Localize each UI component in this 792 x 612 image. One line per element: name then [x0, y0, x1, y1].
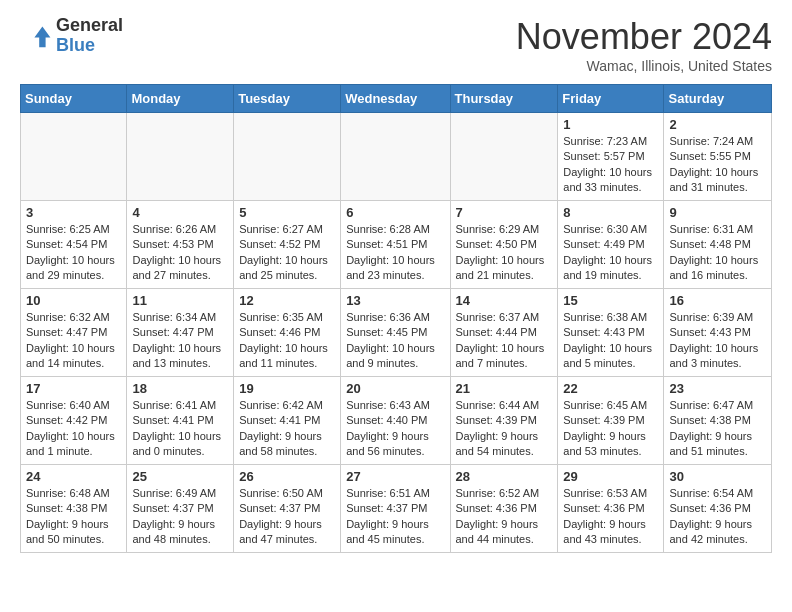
calendar-cell: [234, 113, 341, 201]
day-info: Sunrise: 6:29 AM Sunset: 4:50 PM Dayligh…: [456, 222, 553, 284]
calendar-cell: 17Sunrise: 6:40 AM Sunset: 4:42 PM Dayli…: [21, 377, 127, 465]
day-info: Sunrise: 6:38 AM Sunset: 4:43 PM Dayligh…: [563, 310, 658, 372]
day-number: 10: [26, 293, 121, 308]
day-number: 20: [346, 381, 444, 396]
day-info: Sunrise: 6:30 AM Sunset: 4:49 PM Dayligh…: [563, 222, 658, 284]
day-number: 14: [456, 293, 553, 308]
day-number: 23: [669, 381, 766, 396]
calendar-cell: 13Sunrise: 6:36 AM Sunset: 4:45 PM Dayli…: [341, 289, 450, 377]
day-number: 2: [669, 117, 766, 132]
day-number: 16: [669, 293, 766, 308]
day-info: Sunrise: 6:54 AM Sunset: 4:36 PM Dayligh…: [669, 486, 766, 548]
day-info: Sunrise: 6:40 AM Sunset: 4:42 PM Dayligh…: [26, 398, 121, 460]
day-number: 22: [563, 381, 658, 396]
calendar-cell: 19Sunrise: 6:42 AM Sunset: 4:41 PM Dayli…: [234, 377, 341, 465]
logo-general-text: General: [56, 16, 123, 36]
logo: General Blue: [20, 16, 123, 56]
day-info: Sunrise: 7:23 AM Sunset: 5:57 PM Dayligh…: [563, 134, 658, 196]
day-info: Sunrise: 6:51 AM Sunset: 4:37 PM Dayligh…: [346, 486, 444, 548]
calendar-cell: 3Sunrise: 6:25 AM Sunset: 4:54 PM Daylig…: [21, 201, 127, 289]
day-info: Sunrise: 6:34 AM Sunset: 4:47 PM Dayligh…: [132, 310, 228, 372]
day-info: Sunrise: 6:52 AM Sunset: 4:36 PM Dayligh…: [456, 486, 553, 548]
calendar-cell: 12Sunrise: 6:35 AM Sunset: 4:46 PM Dayli…: [234, 289, 341, 377]
column-header-sunday: Sunday: [21, 85, 127, 113]
calendar-cell: 27Sunrise: 6:51 AM Sunset: 4:37 PM Dayli…: [341, 465, 450, 553]
day-info: Sunrise: 6:26 AM Sunset: 4:53 PM Dayligh…: [132, 222, 228, 284]
day-number: 21: [456, 381, 553, 396]
column-header-friday: Friday: [558, 85, 664, 113]
calendar-cell: 15Sunrise: 6:38 AM Sunset: 4:43 PM Dayli…: [558, 289, 664, 377]
calendar-cell: 4Sunrise: 6:26 AM Sunset: 4:53 PM Daylig…: [127, 201, 234, 289]
day-info: Sunrise: 6:45 AM Sunset: 4:39 PM Dayligh…: [563, 398, 658, 460]
column-header-saturday: Saturday: [664, 85, 772, 113]
calendar-cell: 8Sunrise: 6:30 AM Sunset: 4:49 PM Daylig…: [558, 201, 664, 289]
week-row-5: 24Sunrise: 6:48 AM Sunset: 4:38 PM Dayli…: [21, 465, 772, 553]
calendar-cell: 16Sunrise: 6:39 AM Sunset: 4:43 PM Dayli…: [664, 289, 772, 377]
calendar-cell: 21Sunrise: 6:44 AM Sunset: 4:39 PM Dayli…: [450, 377, 558, 465]
calendar-cell: 11Sunrise: 6:34 AM Sunset: 4:47 PM Dayli…: [127, 289, 234, 377]
day-number: 1: [563, 117, 658, 132]
day-info: Sunrise: 6:44 AM Sunset: 4:39 PM Dayligh…: [456, 398, 553, 460]
day-info: Sunrise: 6:31 AM Sunset: 4:48 PM Dayligh…: [669, 222, 766, 284]
day-number: 30: [669, 469, 766, 484]
svg-marker-0: [34, 26, 50, 47]
day-number: 4: [132, 205, 228, 220]
calendar-cell: 9Sunrise: 6:31 AM Sunset: 4:48 PM Daylig…: [664, 201, 772, 289]
calendar-cell: 18Sunrise: 6:41 AM Sunset: 4:41 PM Dayli…: [127, 377, 234, 465]
week-row-4: 17Sunrise: 6:40 AM Sunset: 4:42 PM Dayli…: [21, 377, 772, 465]
calendar-cell: 22Sunrise: 6:45 AM Sunset: 4:39 PM Dayli…: [558, 377, 664, 465]
calendar-cell: 20Sunrise: 6:43 AM Sunset: 4:40 PM Dayli…: [341, 377, 450, 465]
calendar-cell: 24Sunrise: 6:48 AM Sunset: 4:38 PM Dayli…: [21, 465, 127, 553]
calendar-cell: 25Sunrise: 6:49 AM Sunset: 4:37 PM Dayli…: [127, 465, 234, 553]
day-info: Sunrise: 6:37 AM Sunset: 4:44 PM Dayligh…: [456, 310, 553, 372]
header: General Blue November 2024 Wamac, Illino…: [20, 16, 772, 74]
day-number: 28: [456, 469, 553, 484]
day-number: 15: [563, 293, 658, 308]
calendar-cell: 2Sunrise: 7:24 AM Sunset: 5:55 PM Daylig…: [664, 113, 772, 201]
month-title: November 2024: [516, 16, 772, 58]
day-info: Sunrise: 6:47 AM Sunset: 4:38 PM Dayligh…: [669, 398, 766, 460]
page: General Blue November 2024 Wamac, Illino…: [0, 0, 792, 569]
day-number: 5: [239, 205, 335, 220]
calendar-cell: 5Sunrise: 6:27 AM Sunset: 4:52 PM Daylig…: [234, 201, 341, 289]
logo-icon: [20, 20, 52, 52]
day-info: Sunrise: 6:36 AM Sunset: 4:45 PM Dayligh…: [346, 310, 444, 372]
day-info: Sunrise: 6:32 AM Sunset: 4:47 PM Dayligh…: [26, 310, 121, 372]
day-number: 6: [346, 205, 444, 220]
day-number: 24: [26, 469, 121, 484]
day-number: 29: [563, 469, 658, 484]
calendar-cell: 28Sunrise: 6:52 AM Sunset: 4:36 PM Dayli…: [450, 465, 558, 553]
week-row-1: 1Sunrise: 7:23 AM Sunset: 5:57 PM Daylig…: [21, 113, 772, 201]
day-info: Sunrise: 6:25 AM Sunset: 4:54 PM Dayligh…: [26, 222, 121, 284]
column-header-monday: Monday: [127, 85, 234, 113]
calendar-table: SundayMondayTuesdayWednesdayThursdayFrid…: [20, 84, 772, 553]
calendar-cell: 10Sunrise: 6:32 AM Sunset: 4:47 PM Dayli…: [21, 289, 127, 377]
calendar-cell: [21, 113, 127, 201]
column-header-wednesday: Wednesday: [341, 85, 450, 113]
day-number: 11: [132, 293, 228, 308]
logo-blue-text: Blue: [56, 36, 123, 56]
day-info: Sunrise: 6:42 AM Sunset: 4:41 PM Dayligh…: [239, 398, 335, 460]
day-number: 25: [132, 469, 228, 484]
day-info: Sunrise: 6:27 AM Sunset: 4:52 PM Dayligh…: [239, 222, 335, 284]
day-info: Sunrise: 6:50 AM Sunset: 4:37 PM Dayligh…: [239, 486, 335, 548]
day-number: 17: [26, 381, 121, 396]
title-block: November 2024 Wamac, Illinois, United St…: [516, 16, 772, 74]
calendar-cell: 26Sunrise: 6:50 AM Sunset: 4:37 PM Dayli…: [234, 465, 341, 553]
calendar-cell: 14Sunrise: 6:37 AM Sunset: 4:44 PM Dayli…: [450, 289, 558, 377]
location: Wamac, Illinois, United States: [516, 58, 772, 74]
day-info: Sunrise: 7:24 AM Sunset: 5:55 PM Dayligh…: [669, 134, 766, 196]
day-number: 8: [563, 205, 658, 220]
calendar-cell: 30Sunrise: 6:54 AM Sunset: 4:36 PM Dayli…: [664, 465, 772, 553]
calendar-cell: [127, 113, 234, 201]
day-number: 9: [669, 205, 766, 220]
calendar-cell: [450, 113, 558, 201]
calendar-cell: 6Sunrise: 6:28 AM Sunset: 4:51 PM Daylig…: [341, 201, 450, 289]
header-row: SundayMondayTuesdayWednesdayThursdayFrid…: [21, 85, 772, 113]
day-info: Sunrise: 6:43 AM Sunset: 4:40 PM Dayligh…: [346, 398, 444, 460]
day-info: Sunrise: 6:28 AM Sunset: 4:51 PM Dayligh…: [346, 222, 444, 284]
calendar-cell: 29Sunrise: 6:53 AM Sunset: 4:36 PM Dayli…: [558, 465, 664, 553]
column-header-thursday: Thursday: [450, 85, 558, 113]
week-row-2: 3Sunrise: 6:25 AM Sunset: 4:54 PM Daylig…: [21, 201, 772, 289]
day-number: 27: [346, 469, 444, 484]
